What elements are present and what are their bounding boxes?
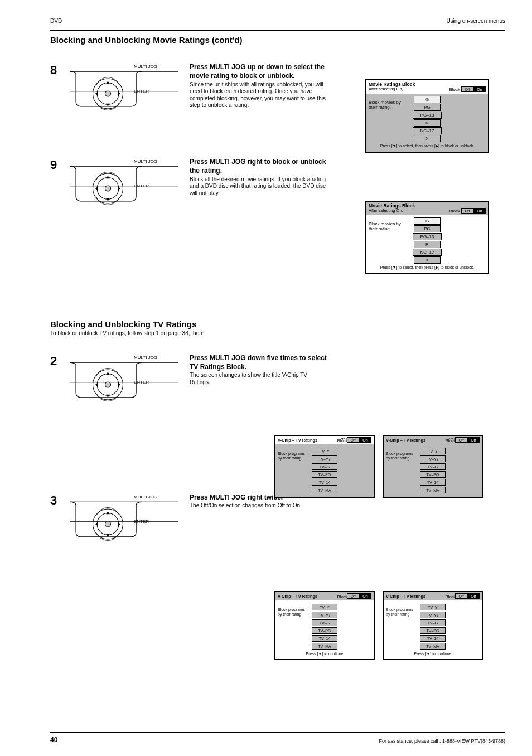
rating-tv14[interactable]: TV–14 — [312, 479, 337, 486]
toggle-on[interactable]: On — [473, 208, 486, 214]
panel-body: Block programs by their rating. TV–Y TV–… — [384, 444, 482, 497]
toggle-off[interactable]: Off — [347, 593, 359, 599]
toggle[interactable]: Off On — [455, 593, 480, 599]
step-8-note: Since the unit ships with all ratings un… — [190, 81, 329, 109]
rating-nc17[interactable]: NC–17 — [413, 249, 442, 256]
section-2-intro: To block or unblock TV ratings, follow s… — [50, 330, 385, 337]
rating-pg13[interactable]: PG–13 — [413, 112, 442, 119]
jog-label-top: MULTI JOG — [134, 159, 157, 164]
rating-r[interactable]: R — [414, 241, 441, 248]
step-3: 3 MULTI JOG ENTER Press MULTI JOG right … — [50, 493, 505, 555]
toggle-on[interactable]: On — [467, 437, 480, 443]
rating-tvg[interactable]: TV–G — [312, 463, 337, 470]
panel-body: Block programs by their rating. TV–Y TV–… — [275, 444, 374, 497]
svg-point-11 — [105, 521, 110, 526]
rating-tv14[interactable]: TV–14 — [312, 635, 337, 642]
panel-header: Movie Ratings Block After selecting On, … — [366, 80, 488, 94]
rating-pg13[interactable]: PG–13 — [413, 233, 442, 240]
panel-header: V-Chip – TV Ratings Block Off On — [275, 592, 374, 600]
step-2: 2 MULTI JOG ENTER Press MULTI JOG down f… — [50, 354, 505, 415]
panel-header: V-Chip – TV Ratings Press [▶] to adjust … — [384, 436, 482, 444]
rating-tv14[interactable]: TV–14 — [420, 635, 446, 642]
toggle-on[interactable]: On — [473, 86, 486, 92]
rating-x[interactable]: X — [414, 135, 441, 142]
page-header: DVD Using on-screen menus — [50, 18, 505, 24]
page-number: 40 — [50, 736, 57, 744]
toggle[interactable]: Off On — [461, 208, 486, 214]
panel-tv-ratings-3a: V-Chip – TV Ratings Block Off On Block p… — [274, 591, 375, 660]
panel-side-label: Block programs by their rating. — [278, 608, 308, 616]
toggle-on[interactable]: On — [359, 593, 371, 599]
rating-tvy[interactable]: TV–Y — [312, 604, 337, 610]
rating-g[interactable]: G — [414, 96, 441, 103]
svg-point-2 — [105, 91, 110, 96]
rating-tvy[interactable]: TV–Y — [420, 448, 446, 454]
jog-label-bot: ENTER — [134, 183, 149, 188]
toggle[interactable]: Off On — [347, 593, 371, 599]
jog-label-bot: ENTER — [134, 380, 149, 385]
step-2-heading-2: TV Ratings Block. — [190, 363, 329, 371]
rating-tvy[interactable]: TV–Y — [312, 448, 337, 454]
block-label: Block — [449, 88, 460, 93]
rating-tvma[interactable]: TV–MA — [420, 643, 446, 650]
rating-tvg[interactable]: TV–G — [420, 619, 446, 626]
rating-g[interactable]: G — [414, 217, 441, 225]
step-8-heading-2: movie rating to block or unblock. — [190, 72, 329, 80]
rating-tvpg[interactable]: TV–PG — [420, 471, 446, 478]
header-left: DVD — [50, 18, 62, 24]
rating-tvy7[interactable]: TV–Y7 — [420, 455, 446, 462]
toggle-on[interactable]: On — [359, 437, 371, 443]
toggle-off[interactable]: Off — [461, 208, 473, 214]
rating-tvy7[interactable]: TV–Y7 — [420, 612, 446, 618]
rating-tvpg[interactable]: TV–PG — [312, 471, 337, 478]
rating-x[interactable]: X — [414, 256, 441, 264]
header-right: Using on-screen menus — [446, 18, 505, 24]
toggle-off[interactable]: Off — [455, 593, 467, 599]
rating-tvg[interactable]: TV–G — [420, 463, 446, 470]
rating-tvma[interactable]: TV–MA — [312, 643, 337, 650]
rating-tvpg[interactable]: TV–PG — [312, 627, 337, 634]
rating-tvg[interactable]: TV–G — [312, 619, 337, 626]
toggle-off[interactable]: Off — [461, 86, 473, 92]
toggle-on[interactable]: On — [467, 593, 480, 599]
step-2-note: The screen changes to show the title V-C… — [190, 372, 329, 386]
toggle[interactable]: Off On — [347, 437, 371, 443]
rating-tvy[interactable]: TV–Y — [420, 604, 446, 610]
panel-tv-ratings-2b: V-Chip – TV Ratings Press [▶] to adjust … — [383, 435, 483, 498]
step-3-number: 3 — [50, 493, 65, 508]
rating-tvy7[interactable]: TV–Y7 — [312, 612, 337, 618]
panel-movie-ratings-a: Movie Ratings Block After selecting On, … — [365, 79, 489, 153]
toggle[interactable]: Off On — [461, 86, 486, 92]
step-9-heading-1: Press MULTI JOG right to block or unbloc… — [190, 158, 329, 166]
panel-side-label: Block movies by their rating. — [369, 100, 402, 110]
panel-header: V-Chip – TV Ratings Press [▶] to adjust … — [275, 436, 374, 444]
footer-rule — [50, 732, 505, 733]
panel-side-label: Block programs by their rating. — [386, 608, 416, 616]
step-8-number: 8 — [50, 63, 65, 77]
jog-dial-icon — [70, 354, 178, 415]
panel-instr: Press [▼] to select, then press [▶] to b… — [380, 144, 474, 148]
rating-tvy7[interactable]: TV–Y7 — [312, 455, 337, 462]
toggle-off[interactable]: Off — [455, 437, 467, 443]
step-2-heading-1: Press MULTI JOG down five times to selec… — [190, 354, 329, 362]
toggle[interactable]: Off On — [455, 437, 480, 443]
toggle-off[interactable]: Off — [347, 437, 359, 443]
rating-tvpg[interactable]: TV–PG — [420, 627, 446, 634]
rating-tvma[interactable]: TV–MA — [312, 487, 337, 493]
jog-dial-icon — [70, 63, 178, 124]
jog-label-bot: ENTER — [134, 89, 149, 94]
rating-pg[interactable]: PG — [414, 225, 441, 232]
rating-tvma[interactable]: TV–MA — [420, 487, 446, 493]
panel-instr: Press [▼] to continue — [414, 652, 452, 656]
page-subtitle — [50, 46, 505, 52]
panel-body: Block movies by their rating. G PG PG–13… — [366, 94, 488, 152]
jog-label-bot: ENTER — [134, 519, 149, 524]
panel-tv-ratings-2a: V-Chip – TV Ratings Press [▶] to adjust … — [274, 435, 375, 498]
panel-header: V-Chip – TV Ratings Block Off On — [384, 592, 482, 600]
rating-r[interactable]: R — [414, 119, 441, 127]
jog-dial-icon — [70, 493, 178, 555]
rating-pg[interactable]: PG — [414, 104, 441, 111]
rating-nc17[interactable]: NC–17 — [413, 127, 442, 134]
rating-tv14[interactable]: TV–14 — [420, 479, 446, 486]
panel-movie-ratings-b: Movie Ratings Block After selecting On, … — [365, 201, 489, 274]
